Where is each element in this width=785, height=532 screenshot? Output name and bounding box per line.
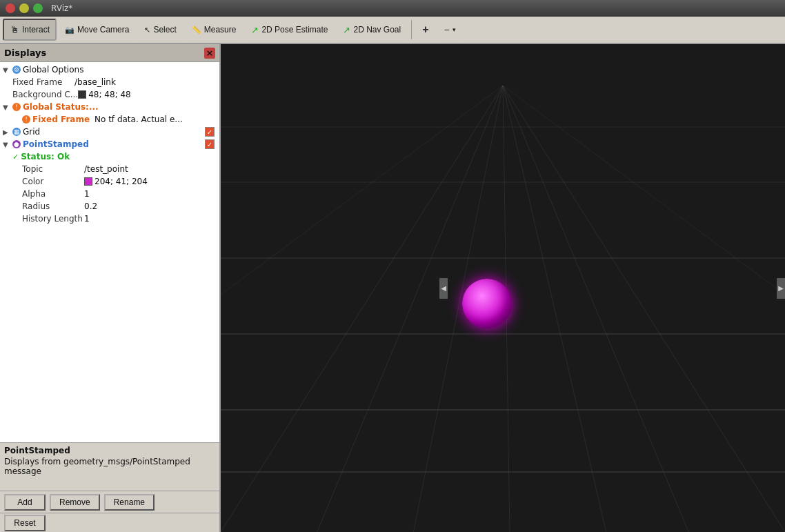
displays-header: Displays ×	[0, 44, 219, 62]
fixed-frame-row[interactable]: Fixed Frame /base_link	[0, 76, 219, 88]
grid-label: Grid	[23, 127, 205, 137]
move-camera-label: Move Camera	[77, 25, 129, 35]
select-button[interactable]: ↖ Select	[137, 19, 183, 41]
color-label: Color	[22, 177, 84, 186]
warning-icon: !	[12, 103, 21, 111]
color-value: 204; 41; 204	[95, 177, 148, 186]
select-label: Select	[153, 25, 176, 35]
svg-line-6	[221, 86, 503, 532]
nav-goal-button[interactable]: ↗ 2D Nav Goal	[336, 19, 408, 41]
topic-row[interactable]: Topic /test_point	[0, 163, 219, 175]
main-area: Displays × ▼ ⚙ Global Options Fixed Fram…	[0, 44, 785, 532]
ff-warn-label: Fixed Frame	[32, 115, 95, 124]
measure-label: Measure	[204, 25, 237, 35]
background-color-swatch[interactable]	[78, 90, 86, 99]
status-ok-label: Status: Ok	[21, 152, 70, 161]
3d-viewport[interactable]: ▶	[221, 44, 785, 532]
add-toolbar-button[interactable]: +	[415, 19, 435, 41]
svg-line-11	[503, 86, 688, 532]
fixed-frame-value: /base_link	[74, 77, 116, 87]
alpha-row[interactable]: Alpha 1	[0, 188, 219, 200]
reset-row: Reset	[0, 513, 219, 532]
topic-value: /test_point	[84, 164, 128, 174]
measure-icon: 📏	[192, 26, 201, 35]
ff-warn-icon: !	[22, 115, 30, 124]
svg-line-12	[503, 86, 785, 532]
point-stamped-icon: ●	[12, 140, 21, 148]
pose-estimate-label: 2D Pose Estimate	[261, 25, 328, 35]
global-status-row[interactable]: ▼ ! Global Status:...	[0, 101, 219, 113]
radius-row[interactable]: Radius 0.2	[0, 200, 219, 213]
move-camera-button[interactable]: 📷 Move Camera	[58, 19, 136, 41]
color-row[interactable]: Color 204; 41; 204	[0, 175, 219, 188]
description-title: PointStamped	[4, 446, 215, 455]
alpha-label: Alpha	[22, 189, 84, 199]
radius-value: 0.2	[84, 201, 97, 211]
nav-goal-label: 2D Nav Goal	[353, 25, 401, 35]
minimize-button[interactable]	[19, 3, 29, 13]
pose-estimate-button[interactable]: ↗ 2D Pose Estimate	[244, 19, 335, 41]
collapse-arrow: ▼	[3, 66, 11, 74]
window-title: RViz*	[51, 3, 72, 13]
maximize-button[interactable]	[33, 3, 43, 13]
alpha-value: 1	[84, 189, 90, 199]
global-options-row[interactable]: ▼ ⚙ Global Options	[0, 63, 219, 76]
pose-estimate-icon: ↗	[251, 25, 259, 35]
left-panel: Displays × ▼ ⚙ Global Options Fixed Fram…	[0, 44, 221, 532]
global-status-label: Global Status:...	[23, 102, 99, 112]
reset-button[interactable]: Reset	[4, 515, 46, 531]
description-area: PointStamped Displays from geometry_msgs…	[0, 442, 219, 491]
status-ok-row[interactable]: ✓ Status: Ok	[0, 150, 219, 163]
topic-label: Topic	[22, 164, 84, 174]
background-color-row[interactable]: Background C... 48; 48; 48	[0, 88, 219, 101]
right-collapse-arrow[interactable]: ▶	[777, 278, 785, 299]
svg-line-14	[503, 86, 785, 320]
toolbar-separator	[411, 20, 412, 39]
global-options-label: Global Options	[23, 65, 83, 75]
grid-icon: ▦	[12, 128, 21, 136]
check-icon: ✓	[12, 152, 19, 161]
history-length-value: 1	[84, 214, 90, 224]
minus-toolbar-button[interactable]: − ▾	[437, 19, 463, 41]
grid-arrow: ▶	[3, 128, 11, 136]
viewport-wrapper: ◀	[221, 44, 785, 532]
nav-goal-icon: ↗	[343, 25, 350, 35]
history-length-row[interactable]: History Length 1	[0, 213, 219, 225]
dropdown-arrow: ▾	[453, 26, 456, 33]
add-button[interactable]: Add	[4, 494, 46, 511]
gear-icon: ⚙	[12, 66, 21, 74]
background-color-label: Background C...	[12, 90, 78, 99]
select-icon: ↖	[144, 26, 150, 35]
background-color-value: 48; 48; 48	[88, 90, 131, 99]
tree-area[interactable]: ▼ ⚙ Global Options Fixed Frame /base_lin…	[0, 62, 219, 442]
ff-warn-value: No tf data. Actual e...	[95, 115, 183, 124]
description-text: Displays from geometry_msgs/PointStamped…	[4, 457, 215, 476]
close-button[interactable]	[6, 3, 15, 13]
history-length-label: History Length	[22, 214, 84, 224]
toolbar: 🖱 Interact 📷 Move Camera ↖ Select 📏 Meas…	[0, 17, 785, 44]
left-collapse-arrow[interactable]: ◀	[439, 278, 448, 299]
rename-button[interactable]: Rename	[104, 494, 155, 511]
measure-button[interactable]: 📏 Measure	[185, 19, 244, 41]
ps-arrow: ▼	[3, 141, 11, 148]
grid-row[interactable]: ▶ ▦ Grid	[0, 126, 219, 138]
point-stamped-sphere	[462, 279, 512, 328]
svg-line-10	[503, 86, 606, 532]
titlebar: RViz*	[0, 0, 785, 17]
remove-button[interactable]: Remove	[50, 494, 100, 511]
interact-button[interactable]: 🖱 Interact	[3, 19, 57, 41]
interact-icon: 🖱	[10, 24, 19, 35]
point-stamped-label: PointStamped	[23, 139, 205, 149]
point-stamped-checkbox[interactable]	[205, 139, 215, 149]
global-status-arrow: ▼	[3, 104, 11, 111]
svg-line-13	[221, 86, 503, 320]
camera-icon: 📷	[65, 26, 74, 35]
displays-close-button[interactable]: ×	[204, 48, 215, 59]
grid-checkbox[interactable]	[205, 127, 215, 137]
fixed-frame-label: Fixed Frame	[12, 77, 74, 87]
color-swatch[interactable]	[84, 177, 92, 186]
point-stamped-row[interactable]: ▼ ● PointStamped	[0, 138, 219, 150]
bottom-buttons: Add Remove Rename	[0, 491, 219, 513]
radius-label: Radius	[22, 201, 84, 211]
fixed-frame-warn-row[interactable]: ! Fixed Frame No tf data. Actual e...	[0, 113, 219, 126]
